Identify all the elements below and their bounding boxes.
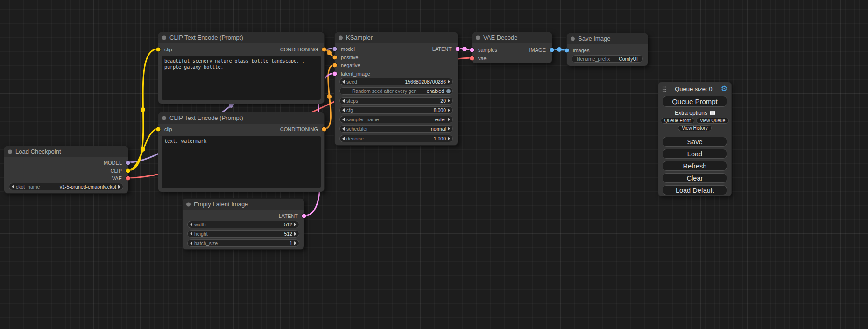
slot-dot-model[interactable] (332, 47, 338, 52)
prompt-textarea[interactable]: beautiful scenery nature glass bottle la… (162, 56, 321, 100)
slot-dot-vae[interactable] (126, 176, 131, 181)
node-titlebar[interactable]: Load Checkpoint (4, 146, 128, 157)
node-ksampler[interactable]: KSampler model positive negative latent_… (334, 32, 458, 146)
node-titlebar[interactable]: Empty Latent Image (183, 199, 304, 210)
collapse-dot-icon[interactable] (339, 36, 343, 40)
node-empty-latent-image[interactable]: Empty Latent Image LATENT width 512 heig… (182, 198, 304, 250)
widget-steps[interactable]: steps 20 (339, 97, 453, 105)
extra-options-checkbox[interactable] (710, 111, 715, 115)
slot-dot-clip[interactable] (156, 47, 161, 52)
slot-dot-clip[interactable] (126, 168, 131, 174)
save-button[interactable]: Save (663, 137, 727, 147)
view-history-button[interactable]: View History (678, 125, 711, 131)
increment-icon[interactable] (294, 223, 296, 226)
combo-next-icon[interactable] (448, 118, 450, 121)
node-load-checkpoint[interactable]: Load Checkpoint MODEL CLIP VAE ckpt_name… (4, 146, 128, 194)
slot-dot-latent[interactable] (470, 48, 475, 53)
decrement-icon[interactable] (342, 137, 345, 140)
toggle-indicator-icon[interactable] (446, 89, 451, 93)
combo-prev-icon[interactable] (342, 127, 345, 131)
link-midpoint-dot (462, 47, 467, 51)
collapse-dot-icon[interactable] (476, 36, 480, 40)
slot-dot-conditioning[interactable] (322, 127, 327, 132)
node-titlebar[interactable]: KSampler (335, 32, 458, 43)
collapse-dot-icon[interactable] (8, 150, 12, 154)
slot-dot-latent[interactable] (332, 71, 338, 77)
slot-dot-image[interactable] (565, 48, 570, 53)
slot-dot-conditioning[interactable] (332, 55, 338, 60)
increment-icon[interactable] (448, 80, 450, 84)
increment-icon[interactable] (294, 241, 296, 245)
decrement-icon[interactable] (342, 99, 345, 103)
widget-random-seed-toggle[interactable]: Random seed after every gen enabled (339, 87, 453, 95)
slot-dot-image[interactable] (550, 48, 555, 53)
link-midpoint-dot (141, 147, 145, 152)
settings-gear-icon[interactable]: ⚙ (721, 85, 727, 92)
increment-icon[interactable] (448, 99, 450, 103)
node-clip-text-encode-negative[interactable]: CLIP Text Encode (Prompt) clip CONDITION… (158, 112, 325, 192)
increment-icon[interactable] (448, 108, 450, 112)
widget-ckpt-name[interactable]: ckpt_name v1-5-pruned-emaonly.ckpt (9, 183, 123, 190)
combo-next-icon[interactable] (448, 127, 450, 131)
increment-icon[interactable] (448, 137, 450, 140)
input-slot-clip: clip (158, 46, 172, 53)
view-queue-button[interactable]: View Queue (696, 118, 729, 124)
widget-value: ComfyUI (619, 56, 638, 62)
combo-next-icon[interactable] (118, 185, 120, 189)
collapse-dot-icon[interactable] (162, 36, 166, 40)
queue-front-button[interactable]: Queue Front (661, 118, 694, 124)
widget-label: steps (346, 98, 358, 104)
widget-value: euler (435, 117, 446, 122)
widget-value: 1.000 (434, 136, 446, 141)
slot-dot-latent[interactable] (455, 47, 460, 52)
widget-value: 512 (284, 231, 292, 237)
load-button[interactable]: Load (663, 149, 727, 159)
slot-dot-vae[interactable] (470, 56, 475, 61)
slot-dot-latent[interactable] (302, 214, 307, 219)
node-save-image[interactable]: Save Image images filename_prefix ComfyU… (566, 33, 648, 66)
widget-seed[interactable]: seed 156680208700286 (339, 78, 453, 85)
output-slot-image: IMAGE (529, 46, 552, 54)
widget-scheduler[interactable]: scheduler normal (339, 125, 453, 133)
node-clip-text-encode-positive[interactable]: CLIP Text Encode (Prompt) clip CONDITION… (158, 32, 325, 104)
widget-filename-prefix[interactable]: filename_prefix ComfyUI (572, 55, 643, 63)
node-graph-canvas[interactable]: { "colors": { "model": "#B39DDB", "clip"… (0, 0, 868, 329)
widget-height[interactable]: height 512 (187, 230, 299, 238)
decrement-icon[interactable] (190, 232, 192, 236)
node-titlebar[interactable]: Save Image (567, 33, 648, 44)
collapse-dot-icon[interactable] (571, 37, 575, 41)
widget-cfg[interactable]: cfg 8.000 (339, 106, 453, 114)
decrement-icon[interactable] (342, 108, 345, 112)
slot-dot-model[interactable] (126, 161, 131, 166)
node-title: CLIP Text Encode (Prompt) (169, 114, 243, 121)
decrement-icon[interactable] (342, 80, 345, 84)
slot-dot-clip[interactable] (156, 127, 161, 132)
increment-icon[interactable] (294, 232, 296, 236)
combo-prev-icon[interactable] (12, 185, 14, 189)
widget-width[interactable]: width 512 (187, 221, 299, 228)
decrement-icon[interactable] (190, 223, 192, 226)
decrement-icon[interactable] (190, 241, 192, 245)
slot-dot-conditioning[interactable] (322, 47, 327, 52)
combo-prev-icon[interactable] (342, 118, 345, 121)
link-midpoint-dot (557, 47, 562, 52)
collapse-dot-icon[interactable] (186, 203, 191, 207)
slot-dot-conditioning[interactable] (332, 63, 338, 68)
widget-denoise[interactable]: denoise 1.000 (339, 135, 453, 142)
refresh-button[interactable]: Refresh (663, 161, 727, 171)
node-titlebar[interactable]: CLIP Text Encode (Prompt) (158, 32, 324, 43)
widget-sampler-name[interactable]: sampler_name euler (339, 116, 453, 123)
queue-prompt-button[interactable]: Queue Prompt (663, 96, 727, 107)
node-titlebar[interactable]: CLIP Text Encode (Prompt) (158, 112, 324, 124)
widget-batch-size[interactable]: batch_size 1 (187, 239, 299, 247)
clear-button[interactable]: Clear (663, 173, 727, 183)
widget-label: batch_size (194, 240, 218, 246)
load-default-button[interactable]: Load Default (663, 185, 727, 195)
prompt-textarea[interactable]: text, watermark (162, 136, 321, 188)
slot-label: CONDITIONING (280, 126, 318, 132)
collapse-dot-icon[interactable] (162, 116, 166, 120)
node-titlebar[interactable]: VAE Decode (472, 32, 552, 43)
node-vae-decode[interactable]: VAE Decode samples vae IMAGE (472, 32, 552, 63)
drag-handle-icon[interactable] (662, 85, 666, 92)
widget-label: scheduler (346, 126, 368, 132)
